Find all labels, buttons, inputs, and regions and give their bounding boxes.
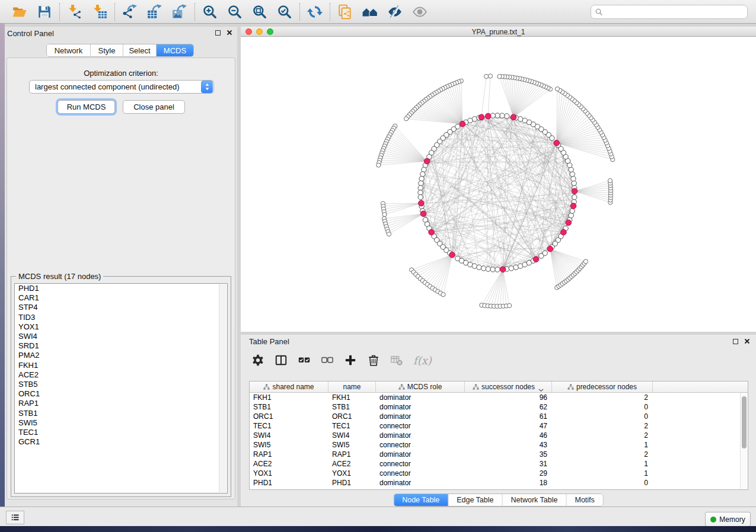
- zoom-selected-icon[interactable]: [277, 4, 292, 20]
- network-window-titlebar[interactable]: YPA_prune.txt_1: [241, 27, 756, 37]
- mcds-result-item[interactable]: ACE2: [15, 370, 227, 380]
- table-scrollbar[interactable]: [740, 393, 748, 489]
- task-history-button[interactable]: [6, 511, 24, 524]
- mcds-result-item[interactable]: ORC1: [15, 389, 227, 399]
- table-row[interactable]: ACE2ACE2connector311: [250, 459, 740, 469]
- run-mcds-button[interactable]: Run MCDS: [58, 100, 115, 114]
- mcds-result-item[interactable]: STB1: [15, 409, 227, 418]
- close-panel-icon[interactable]: [227, 30, 232, 36]
- table-row[interactable]: SWI5SWI5connector431: [250, 440, 740, 450]
- check-all-icon[interactable]: [298, 354, 311, 367]
- mcds-result-item[interactable]: SWI4: [15, 332, 227, 341]
- table-row[interactable]: STB1STB1dominator620: [250, 402, 740, 412]
- open-folder-icon[interactable]: [12, 4, 27, 20]
- table-row[interactable]: FKH1FKH1dominator962: [250, 393, 740, 402]
- mcds-result-item[interactable]: TID3: [15, 313, 227, 322]
- mcds-result-item[interactable]: PMA2: [15, 351, 227, 360]
- mcds-result-item[interactable]: YOX1: [15, 322, 227, 332]
- cell-mcds_role: dominator: [376, 402, 465, 412]
- table-row[interactable]: YOX1YOX1connector291: [250, 469, 740, 478]
- eye-icon: [412, 4, 428, 20]
- tab-select[interactable]: Select: [123, 44, 157, 56]
- table-row[interactable]: PHD1PHD1dominator180: [250, 478, 740, 488]
- zoom-out-icon[interactable]: [227, 4, 243, 20]
- mcds-result-title: MCDS result (17 nodes): [16, 272, 103, 281]
- refresh-icon[interactable]: [307, 4, 323, 20]
- mcds-list-scrollbar[interactable]: [219, 284, 227, 492]
- tab-network[interactable]: Network: [47, 44, 91, 56]
- tab-edge-table[interactable]: Edge Table: [448, 494, 502, 506]
- tab-network-table[interactable]: Network Table: [503, 494, 567, 506]
- trash-icon[interactable]: [367, 354, 380, 367]
- cell-mcds_role: connector: [376, 421, 465, 431]
- plus-icon[interactable]: [344, 354, 357, 367]
- float-panel-icon[interactable]: [215, 30, 221, 36]
- eye-slash-icon[interactable]: [387, 4, 403, 20]
- mcds-result-list[interactable]: PHD1CAR1STP4TID3YOX1SWI4SRD1PMA2FKH1ACE2…: [14, 283, 228, 493]
- table-scrollbar-thumb[interactable]: [742, 396, 747, 448]
- mcds-result-item[interactable]: RAP1: [15, 399, 227, 408]
- mcds-result-item[interactable]: CAR1: [15, 293, 227, 303]
- table-row[interactable]: ORC1ORC1dominator610: [250, 412, 740, 421]
- memory-button[interactable]: Memory: [705, 512, 751, 527]
- tab-style[interactable]: Style: [91, 44, 123, 56]
- float-table-panel-icon[interactable]: [733, 339, 738, 344]
- column-header-predecessor-nodes[interactable]: predecessor nodes: [552, 382, 653, 392]
- document-share-icon[interactable]: [337, 4, 353, 20]
- mcds-result-item[interactable]: STP4: [15, 303, 227, 312]
- mcds-result-item[interactable]: FKH1: [15, 361, 227, 370]
- mcds-result-group: MCDS result (17 nodes) PHD1CAR1STP4TID3Y…: [11, 276, 231, 497]
- column-header-name[interactable]: name: [328, 382, 376, 392]
- export-image-icon[interactable]: [172, 4, 187, 20]
- cell-predecessor_nodes: 2: [552, 431, 653, 440]
- cell-shared_name: RAP1: [250, 450, 328, 459]
- houses-icon[interactable]: [362, 4, 378, 20]
- table-panel: Table Panel f(x) shared namenameMCDS rol…: [241, 335, 756, 507]
- mcds-result-item[interactable]: TEC1: [15, 428, 227, 437]
- cell-name: PHD1: [328, 478, 376, 488]
- search-input[interactable]: [604, 6, 747, 18]
- cell-name: STB1: [328, 402, 376, 412]
- column-header-successor-nodes[interactable]: successor nodes: [465, 382, 552, 392]
- cell-predecessor_nodes: 1: [552, 459, 653, 469]
- tab-node-table[interactable]: Node Table: [394, 494, 448, 506]
- zoom-fit-icon[interactable]: [252, 4, 267, 20]
- split-columns-icon[interactable]: [275, 354, 288, 367]
- cell-shared_name: FKH1: [250, 393, 328, 402]
- mcds-result-item[interactable]: SWI5: [15, 418, 227, 428]
- column-header-MCDS-role[interactable]: MCDS role: [376, 382, 465, 392]
- import-table-icon[interactable]: [92, 4, 107, 20]
- cell-name: ACE2: [328, 459, 376, 469]
- cell-shared_name: SWI4: [250, 431, 328, 440]
- cell-predecessor_nodes: 2: [552, 393, 653, 402]
- mcds-result-item[interactable]: GCR1: [15, 437, 227, 447]
- import-network-icon[interactable]: [67, 4, 82, 20]
- control-panel-title: Control Panel: [7, 29, 54, 38]
- tab-motifs[interactable]: Motifs: [566, 494, 602, 506]
- gear-icon[interactable]: [251, 354, 264, 367]
- close-panel-button[interactable]: Close panel: [123, 100, 185, 114]
- table-row[interactable]: TEC1TEC1connector472: [250, 421, 740, 431]
- export-network-icon[interactable]: [122, 4, 138, 20]
- column-header-shared-name[interactable]: shared name: [250, 382, 328, 392]
- zoom-in-icon[interactable]: [202, 4, 218, 20]
- optimization-dropdown-value: largest connected component (undirected): [30, 82, 201, 91]
- network-canvas[interactable]: [241, 37, 756, 332]
- uncheck-all-icon[interactable]: [321, 354, 334, 367]
- table-row[interactable]: RAP1RAP1dominator352: [250, 450, 740, 459]
- tab-mcds[interactable]: MCDS: [157, 44, 193, 56]
- close-table-panel-icon[interactable]: [744, 338, 750, 344]
- save-session-icon[interactable]: [37, 4, 52, 20]
- mcds-result-item[interactable]: PHD1: [15, 284, 227, 293]
- mcds-result-item[interactable]: STB5: [15, 380, 227, 389]
- mcds-result-item[interactable]: SRD1: [15, 341, 227, 351]
- column-header-filler: [653, 382, 748, 392]
- cell-name: RAP1: [328, 450, 376, 459]
- table-tabs: Node TableEdge TableNetwork TableMotifs: [393, 493, 604, 507]
- optimization-dropdown[interactable]: largest connected component (undirected): [29, 80, 214, 94]
- cell-predecessor_nodes: 2: [552, 421, 653, 431]
- export-table-icon[interactable]: [147, 4, 162, 20]
- table-row[interactable]: SWI4SWI4dominator462: [250, 431, 740, 440]
- cell-successor_nodes: 18: [465, 478, 552, 488]
- cell-predecessor_nodes: 0: [552, 478, 653, 488]
